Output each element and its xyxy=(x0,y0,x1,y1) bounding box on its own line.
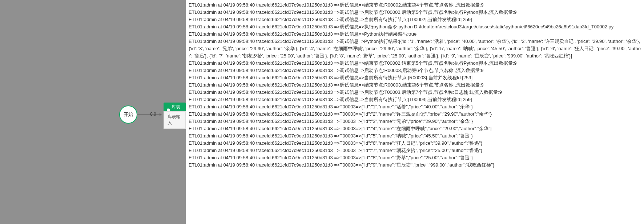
log-line: ETL01:admin at 04/19 09:58:40 traceId:66… xyxy=(189,74,641,81)
log-line: ETL01:admin at 04/19 09:58:40 traceId:66… xyxy=(189,103,641,111)
log-panel[interactable]: ETL01:admin at 04/19 09:58:40 traceId:66… xyxy=(186,0,644,224)
log-line: ETL01:admin at 04/19 09:58:40 traceId:66… xyxy=(189,81,641,89)
flow-node-start-label: 开始 xyxy=(124,111,133,118)
log-line: ETL01:admin at 04/19 09:58:40 traceId:66… xyxy=(189,154,641,161)
flow-node-action-body[interactable]: 库表输入 xyxy=(164,111,186,129)
log-line: ETL01:admin at 04/19 09:58:40 traceId:66… xyxy=(189,118,641,125)
log-line: ETL01:admin at 04/19 09:58:40 traceId:66… xyxy=(189,31,641,38)
log-line: ETL01:admin at 04/19 09:58:40 traceId:66… xyxy=(189,132,641,140)
log-line: ETL01:admin at 04/19 09:58:40 traceId:66… xyxy=(189,89,641,96)
flow-edge-label: 0,0 xyxy=(150,112,156,117)
flow-node-start[interactable]: 开始 xyxy=(119,105,137,124)
log-line: ETL01:admin at 04/19 09:58:40 traceId:66… xyxy=(189,16,641,23)
log-line: ETL01:admin at 04/19 09:58:40 traceId:66… xyxy=(189,60,641,67)
log-line: ETL01:admin at 04/19 09:58:40 traceId:66… xyxy=(189,1,641,9)
log-line: ETL01:admin at 04/19 09:58:40 traceId:66… xyxy=(189,161,641,169)
flow-edge[interactable] xyxy=(137,114,161,115)
log-line: ETL01:admin at 04/19 09:58:40 traceId:66… xyxy=(189,67,641,74)
flow-node-action-body-label: 库表输入 xyxy=(168,114,181,125)
log-line: ETL01:admin at 04/19 09:58:40 traceId:66… xyxy=(189,23,641,31)
log-line: ETL01:admin at 04/19 09:58:40 traceId:66… xyxy=(189,9,641,16)
log-line: ETL01:admin at 04/19 09:58:40 traceId:66… xyxy=(189,147,641,154)
log-line: ETL01:admin at 04/19 09:58:40 traceId:66… xyxy=(189,38,641,60)
flow-canvas[interactable]: 开始 0,0 库表输 库表输入 xyxy=(0,0,186,224)
log-line: ETL01:admin at 04/19 09:58:40 traceId:66… xyxy=(189,125,641,132)
log-line: ETL01:admin at 04/19 09:58:40 traceId:66… xyxy=(189,140,641,147)
log-line: ETL01:admin at 04/19 09:58:40 traceId:66… xyxy=(189,96,641,103)
log-line: ETL01:admin at 04/19 09:58:40 traceId:66… xyxy=(189,111,641,118)
